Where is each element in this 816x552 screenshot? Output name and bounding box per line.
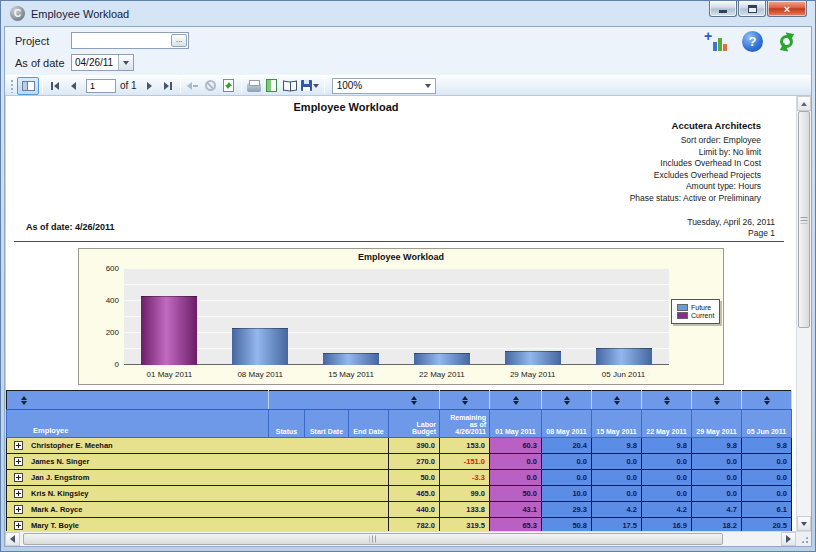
thumb-grip-icon [370, 536, 377, 543]
as-of-date-dropdown-button[interactable] [118, 55, 133, 70]
project-input[interactable] [73, 34, 171, 47]
column-header: 01 May 2011 [490, 410, 542, 438]
employee-name: Mark A. Royce [31, 505, 82, 514]
vertical-scroll-track[interactable] [797, 111, 811, 516]
legend-swatch-future [677, 304, 688, 311]
expand-button[interactable] [14, 457, 23, 466]
scroll-down-button[interactable] [797, 516, 811, 531]
week-cell: 0.0 [592, 470, 642, 486]
new-report-button[interactable]: + [704, 31, 728, 52]
scroll-right-button[interactable] [781, 532, 796, 546]
column-adjust-handle[interactable] [21, 396, 27, 405]
week-cell: 0.0 [642, 486, 692, 502]
sort-down-icon [714, 401, 720, 405]
chart-bar-current [141, 296, 197, 365]
table-cell [269, 470, 305, 486]
table-header-row: EmployeeStatusStart DateEnd DateLabor Bu… [7, 410, 792, 438]
column-adjust-handle[interactable] [564, 396, 570, 405]
minimize-button[interactable] [709, 1, 737, 17]
app-body: Project ... As of date 04/26/11 + ? [4, 26, 812, 547]
current-page-input[interactable] [86, 79, 116, 93]
stop-button[interactable] [202, 77, 220, 95]
zoom-combo[interactable]: 100% [332, 78, 436, 94]
refresh-report-button[interactable] [220, 77, 238, 95]
column-adjust-handle[interactable] [764, 396, 770, 405]
app-logo-icon: C [10, 6, 25, 21]
x-axis-label: 01 May 2011 [124, 370, 215, 379]
expand-button[interactable] [14, 489, 23, 498]
project-label: Project [15, 35, 71, 47]
help-button[interactable]: ? [742, 31, 763, 52]
scroll-up-button[interactable] [797, 96, 811, 111]
first-page-icon [54, 82, 59, 90]
y-axis-tick: 600 [106, 264, 119, 273]
first-page-button[interactable] [46, 77, 64, 95]
week-cell: 0.0 [742, 486, 792, 502]
expand-button[interactable] [14, 473, 23, 482]
separator [241, 78, 242, 93]
document-map-toggle[interactable] [17, 77, 39, 95]
chart-bar-slot [215, 328, 306, 365]
column-adjust-handle[interactable] [513, 396, 519, 405]
expand-button[interactable] [14, 441, 23, 450]
labor-budget-cell: 782.0 [389, 518, 440, 532]
previous-page-button[interactable] [64, 77, 82, 95]
resize-grip[interactable] [800, 535, 809, 544]
column-adjust-handle[interactable] [664, 396, 670, 405]
bar-chart-icon [713, 38, 727, 51]
refresh-button[interactable] [777, 32, 797, 52]
sort-up-icon [462, 396, 468, 400]
horizontal-scroll-thumb[interactable] [23, 533, 723, 545]
maximize-button[interactable] [738, 1, 766, 17]
strip-cell [542, 391, 592, 410]
column-adjust-handle[interactable] [614, 396, 620, 405]
table-cell [349, 470, 389, 486]
scroll-left-button[interactable] [5, 532, 20, 546]
week-cell: 10.0 [542, 486, 592, 502]
close-button[interactable]: × [767, 1, 807, 17]
as-of-date-combo[interactable]: 04/26/11 [71, 54, 134, 71]
horizontal-scrollbar[interactable] [5, 531, 811, 546]
last-page-button[interactable] [159, 77, 177, 95]
print-button[interactable] [245, 77, 263, 95]
employee-name: Jan J. Engstrom [31, 473, 89, 482]
labor-budget-cell: 50.0 [389, 470, 440, 486]
horizontal-scroll-track[interactable] [20, 532, 781, 546]
chevron-down-icon [425, 84, 431, 88]
titlebar[interactable]: C Employee Workload [4, 1, 812, 26]
week-cell: 0.0 [742, 454, 792, 470]
vertical-scrollbar[interactable] [796, 96, 811, 531]
labor-budget-cell: 465.0 [389, 486, 440, 502]
export-button[interactable] [299, 77, 321, 95]
chart-bar-slot [396, 353, 487, 365]
week-cell: 9.8 [642, 438, 692, 454]
expand-button[interactable] [14, 505, 23, 514]
column-adjust-handle[interactable] [462, 396, 468, 405]
book-icon [283, 81, 297, 91]
print-layout-button[interactable] [263, 77, 281, 95]
table-cell [269, 518, 305, 532]
workload-chart: Employee Workload 6004002000 01 May 2011… [78, 248, 724, 385]
toolbar-grip[interactable] [10, 79, 14, 93]
column-adjust-handle[interactable] [411, 396, 417, 405]
report-setting-line: Phase status: Active or Preliminary [630, 193, 761, 205]
next-page-button[interactable] [141, 77, 159, 95]
arrow-right-icon [786, 535, 791, 543]
strip-cell [742, 391, 792, 410]
project-browse-button[interactable]: ... [171, 34, 187, 47]
table-cell [305, 438, 349, 454]
report-title: Employee Workload [241, 101, 451, 113]
back-button[interactable] [184, 77, 202, 95]
sort-up-icon [513, 396, 519, 400]
y-axis-tick: 400 [106, 296, 119, 305]
expand-button[interactable] [14, 521, 23, 530]
close-icon: × [784, 3, 790, 15]
column-adjust-handle[interactable] [714, 396, 720, 405]
chevron-down-icon [313, 84, 319, 88]
vertical-scroll-thumb[interactable] [798, 111, 810, 328]
column-header: 08 May 2011 [542, 410, 592, 438]
week-cell: 65.3 [490, 518, 542, 532]
arrow-down-icon [801, 522, 807, 526]
page-setup-button[interactable] [281, 77, 299, 95]
legend-swatch-current [677, 312, 688, 319]
